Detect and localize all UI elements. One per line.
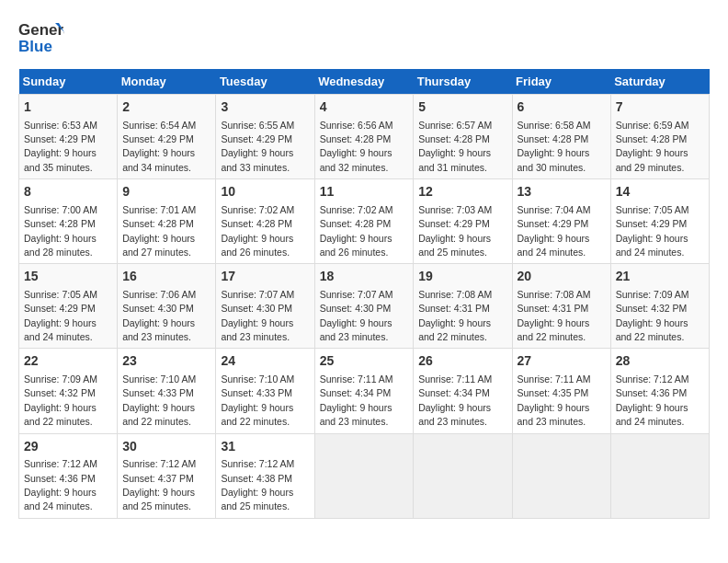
day-number: 7 <box>616 98 704 117</box>
cell-info: Sunrise: 7:09 AM Sunset: 4:32 PM Dayligh… <box>616 289 689 342</box>
calendar-cell: 27Sunrise: 7:11 AM Sunset: 4:35 PM Dayli… <box>512 349 610 433</box>
day-number: 31 <box>221 438 309 456</box>
calendar-cell: 8Sunrise: 7:00 AM Sunset: 4:28 PM Daylig… <box>19 179 118 264</box>
calendar-cell: 23Sunrise: 7:10 AM Sunset: 4:33 PM Dayli… <box>118 349 216 433</box>
calendar-cell: 24Sunrise: 7:10 AM Sunset: 4:33 PM Dayli… <box>216 349 314 433</box>
day-number: 5 <box>418 98 506 117</box>
day-number: 15 <box>24 268 112 286</box>
cell-info: Sunrise: 7:02 AM Sunset: 4:28 PM Dayligh… <box>320 204 393 258</box>
cell-info: Sunrise: 7:08 AM Sunset: 4:31 PM Dayligh… <box>418 289 492 342</box>
day-header-saturday: Saturday <box>610 69 709 95</box>
day-number: 16 <box>122 268 210 286</box>
calendar-cell: 16Sunrise: 7:06 AM Sunset: 4:30 PM Dayli… <box>118 264 216 349</box>
calendar-cell: 6Sunrise: 6:58 AM Sunset: 4:28 PM Daylig… <box>512 95 610 179</box>
day-number: 19 <box>418 268 506 286</box>
cell-info: Sunrise: 7:05 AM Sunset: 4:29 PM Dayligh… <box>616 204 689 258</box>
cell-info: Sunrise: 7:12 AM Sunset: 4:37 PM Dayligh… <box>122 458 196 511</box>
calendar-cell: 13Sunrise: 7:04 AM Sunset: 4:29 PM Dayli… <box>512 179 610 264</box>
logo: GeneralBlue <box>18 18 64 60</box>
cell-info: Sunrise: 7:07 AM Sunset: 4:30 PM Dayligh… <box>221 289 294 342</box>
calendar-cell: 28Sunrise: 7:12 AM Sunset: 4:36 PM Dayli… <box>610 349 709 433</box>
day-number: 12 <box>418 183 506 201</box>
calendar-cell: 7Sunrise: 6:59 AM Sunset: 4:28 PM Daylig… <box>610 95 709 179</box>
calendar-cell: 12Sunrise: 7:03 AM Sunset: 4:29 PM Dayli… <box>414 179 512 264</box>
calendar-cell <box>314 433 414 518</box>
day-number: 1 <box>24 98 112 117</box>
day-number: 22 <box>24 352 112 371</box>
calendar-cell: 9Sunrise: 7:01 AM Sunset: 4:28 PM Daylig… <box>118 179 216 264</box>
day-number: 3 <box>221 98 309 117</box>
day-number: 27 <box>518 352 606 371</box>
day-number: 24 <box>221 352 309 371</box>
day-header-thursday: Thursday <box>414 69 512 95</box>
day-number: 28 <box>616 352 704 371</box>
cell-info: Sunrise: 6:56 AM Sunset: 4:28 PM Dayligh… <box>320 120 393 173</box>
day-number: 9 <box>122 183 210 201</box>
calendar-table: SundayMondayTuesdayWednesdayThursdayFrid… <box>18 69 710 519</box>
calendar-cell: 10Sunrise: 7:02 AM Sunset: 4:28 PM Dayli… <box>216 179 314 264</box>
header: GeneralBlue <box>18 18 710 60</box>
day-header-friday: Friday <box>512 69 610 95</box>
day-number: 17 <box>221 268 309 286</box>
day-header-wednesday: Wednesday <box>314 69 414 95</box>
calendar-cell: 21Sunrise: 7:09 AM Sunset: 4:32 PM Dayli… <box>610 264 709 349</box>
cell-info: Sunrise: 6:59 AM Sunset: 4:28 PM Dayligh… <box>616 120 689 173</box>
logo-svg: GeneralBlue <box>18 18 64 60</box>
day-header-sunday: Sunday <box>19 69 118 95</box>
calendar-cell: 26Sunrise: 7:11 AM Sunset: 4:34 PM Dayli… <box>414 349 512 433</box>
cell-info: Sunrise: 7:09 AM Sunset: 4:32 PM Dayligh… <box>24 373 97 427</box>
calendar-cell: 2Sunrise: 6:54 AM Sunset: 4:29 PM Daylig… <box>118 95 216 179</box>
calendar-cell <box>610 433 709 518</box>
cell-info: Sunrise: 7:12 AM Sunset: 4:36 PM Dayligh… <box>616 373 689 427</box>
day-number: 25 <box>320 352 409 371</box>
cell-info: Sunrise: 7:07 AM Sunset: 4:30 PM Dayligh… <box>320 289 393 342</box>
day-number: 26 <box>418 352 506 371</box>
calendar-cell: 22Sunrise: 7:09 AM Sunset: 4:32 PM Dayli… <box>19 349 118 433</box>
svg-text:Blue: Blue <box>18 38 52 55</box>
day-number: 10 <box>221 183 309 201</box>
day-number: 29 <box>24 438 112 456</box>
cell-info: Sunrise: 6:57 AM Sunset: 4:28 PM Dayligh… <box>418 120 492 173</box>
calendar-cell: 3Sunrise: 6:55 AM Sunset: 4:29 PM Daylig… <box>216 95 314 179</box>
day-number: 8 <box>24 183 112 201</box>
cell-info: Sunrise: 7:11 AM Sunset: 4:35 PM Dayligh… <box>518 373 591 427</box>
day-number: 6 <box>518 98 606 117</box>
cell-info: Sunrise: 6:54 AM Sunset: 4:29 PM Dayligh… <box>122 120 196 173</box>
calendar-cell: 11Sunrise: 7:02 AM Sunset: 4:28 PM Dayli… <box>314 179 414 264</box>
cell-info: Sunrise: 7:03 AM Sunset: 4:29 PM Dayligh… <box>418 204 492 258</box>
day-header-monday: Monday <box>118 69 216 95</box>
cell-info: Sunrise: 7:08 AM Sunset: 4:31 PM Dayligh… <box>518 289 591 342</box>
calendar-cell: 18Sunrise: 7:07 AM Sunset: 4:30 PM Dayli… <box>314 264 414 349</box>
cell-info: Sunrise: 7:04 AM Sunset: 4:29 PM Dayligh… <box>518 204 591 258</box>
calendar-cell: 19Sunrise: 7:08 AM Sunset: 4:31 PM Dayli… <box>414 264 512 349</box>
cell-info: Sunrise: 7:12 AM Sunset: 4:36 PM Dayligh… <box>24 458 97 511</box>
day-number: 20 <box>518 268 606 286</box>
calendar-cell <box>512 433 610 518</box>
cell-info: Sunrise: 7:12 AM Sunset: 4:38 PM Dayligh… <box>221 458 294 511</box>
day-number: 11 <box>320 183 409 201</box>
calendar-cell: 30Sunrise: 7:12 AM Sunset: 4:37 PM Dayli… <box>118 433 216 518</box>
calendar-cell: 5Sunrise: 6:57 AM Sunset: 4:28 PM Daylig… <box>414 95 512 179</box>
day-number: 18 <box>320 268 409 286</box>
day-number: 14 <box>616 183 704 201</box>
cell-info: Sunrise: 7:11 AM Sunset: 4:34 PM Dayligh… <box>418 373 492 427</box>
cell-info: Sunrise: 6:58 AM Sunset: 4:28 PM Dayligh… <box>518 120 591 173</box>
day-number: 30 <box>122 438 210 456</box>
cell-info: Sunrise: 7:00 AM Sunset: 4:28 PM Dayligh… <box>24 204 97 258</box>
calendar-cell: 20Sunrise: 7:08 AM Sunset: 4:31 PM Dayli… <box>512 264 610 349</box>
cell-info: Sunrise: 6:55 AM Sunset: 4:29 PM Dayligh… <box>221 120 294 173</box>
header-row: SundayMondayTuesdayWednesdayThursdayFrid… <box>19 69 710 95</box>
calendar-cell: 4Sunrise: 6:56 AM Sunset: 4:28 PM Daylig… <box>314 95 414 179</box>
calendar-cell: 31Sunrise: 7:12 AM Sunset: 4:38 PM Dayli… <box>216 433 314 518</box>
cell-info: Sunrise: 7:02 AM Sunset: 4:28 PM Dayligh… <box>221 204 294 258</box>
cell-info: Sunrise: 7:06 AM Sunset: 4:30 PM Dayligh… <box>122 289 196 342</box>
calendar-cell: 25Sunrise: 7:11 AM Sunset: 4:34 PM Dayli… <box>314 349 414 433</box>
day-number: 23 <box>122 352 210 371</box>
calendar-cell <box>414 433 512 518</box>
calendar-cell: 15Sunrise: 7:05 AM Sunset: 4:29 PM Dayli… <box>19 264 118 349</box>
calendar-cell: 29Sunrise: 7:12 AM Sunset: 4:36 PM Dayli… <box>19 433 118 518</box>
day-number: 4 <box>320 98 409 117</box>
cell-info: Sunrise: 6:53 AM Sunset: 4:29 PM Dayligh… <box>24 120 97 173</box>
calendar-cell: 17Sunrise: 7:07 AM Sunset: 4:30 PM Dayli… <box>216 264 314 349</box>
day-number: 13 <box>518 183 606 201</box>
